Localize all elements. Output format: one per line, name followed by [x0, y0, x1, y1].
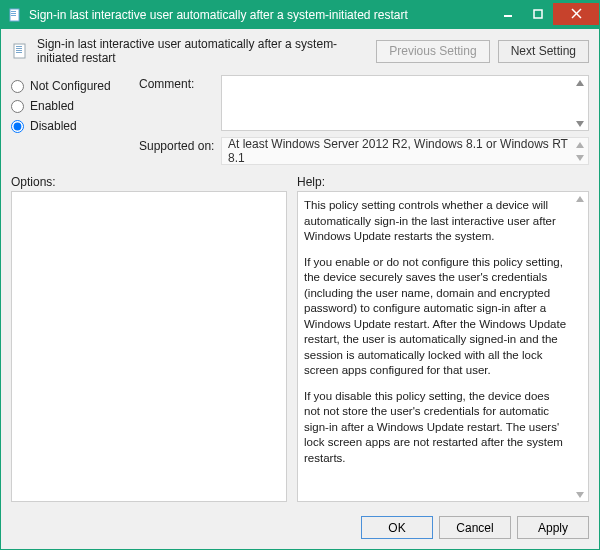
- minimize-button[interactable]: [493, 3, 523, 25]
- scroll-down-icon[interactable]: [572, 117, 588, 130]
- dialog-window: Sign-in last interactive user automatica…: [0, 0, 600, 550]
- svg-rect-11: [16, 50, 22, 51]
- supported-value: At least Windows Server 2012 R2, Windows…: [228, 137, 568, 165]
- svg-marker-14: [576, 121, 584, 127]
- policy-title: Sign-in last interactive user automatica…: [37, 37, 368, 65]
- scroll-up-icon[interactable]: [572, 76, 588, 89]
- help-panel[interactable]: This policy setting controls whether a d…: [297, 191, 589, 502]
- radio-enabled[interactable]: Enabled: [11, 99, 131, 113]
- dialog-footer: OK Cancel Apply: [1, 508, 599, 549]
- ok-button[interactable]: OK: [361, 516, 433, 539]
- svg-rect-9: [16, 46, 22, 47]
- scroll-up-icon[interactable]: [572, 192, 588, 205]
- scroll-down-icon[interactable]: [572, 488, 588, 501]
- options-label: Options:: [11, 175, 287, 189]
- top-form: Not Configured Enabled Disabled Comment:: [1, 71, 599, 171]
- fields-column: Comment: Supported on: At: [139, 75, 589, 165]
- svg-marker-18: [576, 492, 584, 498]
- svg-rect-2: [11, 13, 16, 14]
- scrollbar[interactable]: [572, 76, 588, 130]
- window-controls: [493, 6, 599, 25]
- supported-row: Supported on: At least Windows Server 20…: [139, 137, 589, 165]
- svg-marker-16: [576, 155, 584, 161]
- supported-on-box: At least Windows Server 2012 R2, Windows…: [221, 137, 589, 165]
- options-panel[interactable]: [11, 191, 287, 502]
- help-paragraph: If you enable or do not configure this p…: [304, 255, 568, 379]
- svg-marker-13: [576, 80, 584, 86]
- svg-rect-10: [16, 48, 22, 49]
- scroll-down-icon[interactable]: [572, 151, 588, 164]
- maximize-button[interactable]: [523, 3, 553, 25]
- window-title: Sign-in last interactive user automatica…: [29, 8, 493, 22]
- comment-textarea[interactable]: [221, 75, 589, 131]
- scrollbar[interactable]: [572, 138, 588, 164]
- svg-marker-15: [576, 142, 584, 148]
- supported-label: Supported on:: [139, 137, 215, 165]
- help-paragraph: If you disable this policy setting, the …: [304, 389, 568, 467]
- radio-disabled[interactable]: Disabled: [11, 119, 131, 133]
- comment-label: Comment:: [139, 75, 215, 131]
- radio-not-configured-input[interactable]: [11, 80, 24, 93]
- titlebar[interactable]: Sign-in last interactive user automatica…: [1, 1, 599, 29]
- help-label: Help:: [297, 175, 589, 189]
- close-button[interactable]: [553, 3, 599, 25]
- help-paragraph: This policy setting controls whether a d…: [304, 198, 568, 245]
- svg-rect-5: [534, 10, 542, 18]
- previous-setting-button: Previous Setting: [376, 40, 489, 63]
- radio-enabled-input[interactable]: [11, 100, 24, 113]
- scroll-up-icon[interactable]: [572, 138, 588, 151]
- radio-not-configured[interactable]: Not Configured: [11, 79, 131, 93]
- apply-button[interactable]: Apply: [517, 516, 589, 539]
- radio-label: Disabled: [30, 119, 77, 133]
- state-column: Not Configured Enabled Disabled: [11, 75, 131, 165]
- svg-rect-12: [16, 52, 22, 53]
- policy-doc-icon: [11, 42, 29, 60]
- panels: This policy setting controls whether a d…: [1, 191, 599, 508]
- svg-marker-17: [576, 196, 584, 202]
- radio-label: Not Configured: [30, 79, 111, 93]
- cancel-button[interactable]: Cancel: [439, 516, 511, 539]
- policy-doc-icon: [7, 7, 23, 23]
- scrollbar[interactable]: [572, 192, 588, 501]
- radio-label: Enabled: [30, 99, 74, 113]
- section-labels: Options: Help:: [1, 171, 599, 191]
- svg-rect-1: [11, 11, 16, 12]
- next-setting-button[interactable]: Next Setting: [498, 40, 589, 63]
- comment-row: Comment:: [139, 75, 589, 131]
- header-row: Sign-in last interactive user automatica…: [1, 29, 599, 71]
- svg-rect-3: [11, 15, 16, 16]
- radio-disabled-input[interactable]: [11, 120, 24, 133]
